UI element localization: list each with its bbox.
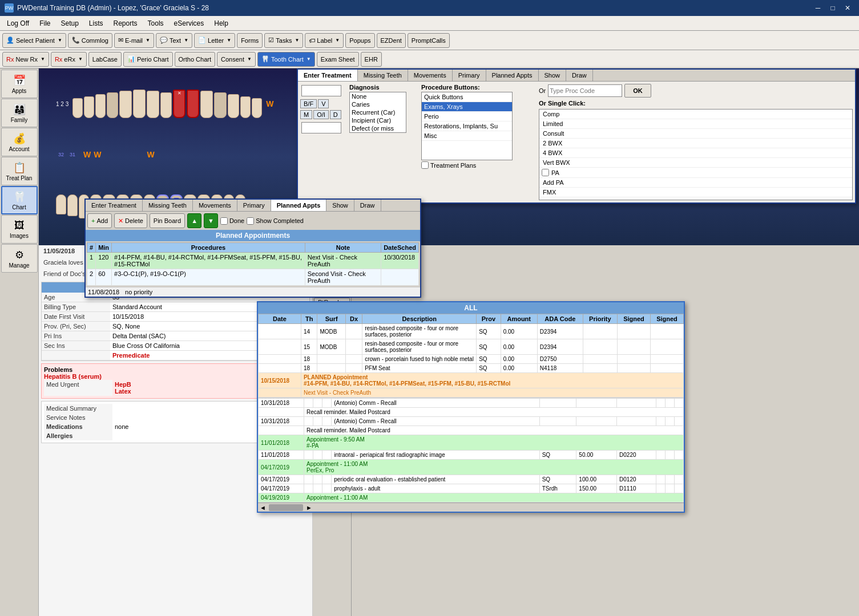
move-down-button[interactable]: ▼ xyxy=(204,213,218,228)
all-table-row[interactable]: 18 crown - porcelain fused to high noble… xyxy=(259,355,684,364)
proc-comp[interactable]: Comp xyxy=(539,110,852,119)
all-table-row[interactable]: 11/01/2018 intraoral - periapical first … xyxy=(259,451,684,460)
procbtn-perio[interactable]: Perio xyxy=(422,112,512,121)
diag-caries[interactable]: Caries xyxy=(350,100,406,108)
erx-dropdown-arrow[interactable]: ▼ xyxy=(78,56,83,62)
diag-defect[interactable]: Defect (or miss xyxy=(350,124,406,132)
tooth-chart-button[interactable]: 🦷 Tooth Chart ▼ xyxy=(257,52,315,67)
proc-vertbwx[interactable]: Vert BWX xyxy=(539,158,852,168)
treat-input2[interactable] xyxy=(301,122,341,133)
proc-limited[interactable]: Limited xyxy=(539,119,852,129)
menu-eservices[interactable]: eServices xyxy=(170,18,209,29)
pa-tab-show[interactable]: Show xyxy=(326,200,354,211)
treatment-plans-checkbox[interactable] xyxy=(421,161,429,169)
proc-code-input[interactable] xyxy=(548,84,622,97)
scroll-left-icon[interactable]: ◄ xyxy=(258,504,268,511)
select-patient-button[interactable]: 👤 Select Patient ▼ xyxy=(2,33,66,48)
m-button[interactable]: M xyxy=(300,110,312,119)
proc-2bwx[interactable]: 2 BWX xyxy=(539,139,852,148)
menu-lists[interactable]: Lists xyxy=(84,18,108,29)
all-scrollbar-h[interactable]: ◄ ► xyxy=(258,502,684,512)
d-button[interactable]: D xyxy=(330,110,341,119)
email-button[interactable]: ✉ E-mail ▼ xyxy=(114,33,154,48)
procbtn-quick[interactable]: Quick Buttons xyxy=(422,92,512,102)
all-table-row[interactable]: 10/31/2018 (Antonio) Comm - Recall xyxy=(259,399,684,408)
pa-tab-missing[interactable]: Missing Teeth xyxy=(143,200,193,211)
procbtn-exams[interactable]: Exams, Xrays xyxy=(422,102,512,112)
consent-dropdown-arrow[interactable]: ▼ xyxy=(247,56,252,62)
tasks-dropdown-arrow[interactable]: ▼ xyxy=(295,38,299,43)
all-table-row-appt[interactable]: 04/19/2019 Appointment - 11:00 AM xyxy=(259,493,684,502)
scroll-right-icon[interactable]: ► xyxy=(304,504,314,511)
pa-tab-enter[interactable]: Enter Treatment xyxy=(86,200,143,211)
ehr-button[interactable]: EHR xyxy=(361,52,382,67)
tab-missing-teeth[interactable]: Missing Teeth xyxy=(358,70,408,81)
all-table-row-planned[interactable]: 10/15/2018 PLANNED Appointment #14-PFM, … xyxy=(259,373,684,388)
tab-movements[interactable]: Movements xyxy=(408,70,453,81)
all-table-row-appt[interactable]: 04/17/2019 Appointment - 11:00 AMPerEx, … xyxy=(259,460,684,475)
pin-board-button[interactable]: Pin Board xyxy=(150,213,185,228)
scroll-h-thumb[interactable] xyxy=(269,504,303,511)
sidebar-item-images[interactable]: 🖼 Images xyxy=(1,215,38,244)
proc-pa-row[interactable]: PA xyxy=(539,168,852,178)
consent-button[interactable]: Consent ▼ xyxy=(217,52,256,67)
popups-button[interactable]: Popups xyxy=(345,33,374,48)
proc-4bwx[interactable]: 4 BWX xyxy=(539,148,852,158)
procbtn-resto[interactable]: Restorations, Implants, Su xyxy=(422,121,512,131)
all-table-row-planned2[interactable]: Next Visit - Check PreAuth xyxy=(259,388,684,398)
delete-appt-button[interactable]: ✕ Delete xyxy=(114,213,147,228)
sidebar-item-appts[interactable]: 📅 Appts xyxy=(1,70,38,98)
labcase-button[interactable]: LabCase xyxy=(88,52,122,67)
menu-help[interactable]: Help xyxy=(209,18,233,29)
treat-input-field[interactable] xyxy=(301,85,341,96)
all-table-row[interactable]: Recall reminder. Mailed Postcard xyxy=(259,426,684,435)
select-patient-dropdown-arrow[interactable]: ▼ xyxy=(58,38,62,43)
sidebar-item-chart[interactable]: 🦷 Chart xyxy=(1,186,38,214)
pa-tab-draw[interactable]: Draw xyxy=(354,200,381,211)
exam-sheet-button[interactable]: Exam Sheet xyxy=(317,52,359,67)
tasks-button[interactable]: ☑ Tasks ▼ xyxy=(264,33,303,48)
diag-recurrent[interactable]: Recurrent (Car) xyxy=(350,108,406,116)
all-table-row[interactable]: Recall reminder. Mailed Postcard xyxy=(259,408,684,417)
all-table-row-appt[interactable]: 11/01/2018 Appointment - 9:50 AM#-PA xyxy=(259,435,684,451)
tooth-chart-dropdown-arrow[interactable]: ▼ xyxy=(307,56,311,62)
diag-incipient[interactable]: Incipient (Car) xyxy=(350,116,406,124)
ezdent-button[interactable]: EZDent xyxy=(377,33,406,48)
sidebar-item-manage[interactable]: ⚙ Manage xyxy=(1,244,38,273)
text-dropdown-arrow[interactable]: ▼ xyxy=(184,38,188,43)
perio-chart-button[interactable]: 📊 Perio Chart xyxy=(123,52,173,67)
v-button[interactable]: V xyxy=(318,99,329,108)
promptcalls-button[interactable]: PromptCalls xyxy=(408,33,450,48)
menu-reports[interactable]: Reports xyxy=(109,18,142,29)
menu-tools[interactable]: Tools xyxy=(143,18,168,29)
all-table-row[interactable]: 15 MODB resin-based composite - four or … xyxy=(259,339,684,355)
menu-setup[interactable]: Setup xyxy=(56,18,83,29)
minimize-button[interactable]: ─ xyxy=(811,2,825,14)
new-rx-dropdown-arrow[interactable]: ▼ xyxy=(41,56,45,62)
letter-dropdown-arrow[interactable]: ▼ xyxy=(227,38,231,43)
pa-tab-planned[interactable]: Planned Appts xyxy=(271,200,327,211)
menu-logoff[interactable]: Log Off xyxy=(2,18,34,29)
close-button[interactable]: ✕ xyxy=(841,2,854,14)
forms-button[interactable]: Forms xyxy=(237,33,263,48)
done-checkbox[interactable] xyxy=(220,217,228,225)
tab-planned-appts[interactable]: Planned Appts xyxy=(486,70,539,81)
pa-tab-movements[interactable]: Movements xyxy=(193,200,237,211)
all-table-row[interactable]: 04/17/2019 prophylaxis - adult TSrdh 150… xyxy=(259,484,684,493)
sidebar-item-family[interactable]: 👨‍👩‍👧 Family xyxy=(1,99,38,127)
all-table-row[interactable]: 14 MODB resin-based composite - four or … xyxy=(259,324,684,339)
all-table-row[interactable]: 10/31/2018 (Antonio) Comm - Recall xyxy=(259,417,684,426)
table-row[interactable]: 1 120 #14-PFM, #14-BU, #14-RCTMol, #14-P… xyxy=(87,253,419,269)
proc-consult[interactable]: Consult xyxy=(539,129,852,139)
sidebar-item-treatplan[interactable]: 📋 Treat Plan xyxy=(1,157,38,185)
label-button[interactable]: 🏷 Label ▼ xyxy=(305,33,344,48)
maximize-button[interactable]: □ xyxy=(826,2,840,14)
tab-draw[interactable]: Draw xyxy=(566,70,593,81)
bf-button[interactable]: B/F xyxy=(300,99,317,108)
pa-checkbox[interactable] xyxy=(542,169,549,176)
erx-button[interactable]: Rx eRx ▼ xyxy=(51,52,87,67)
tab-show[interactable]: Show xyxy=(539,70,567,81)
all-table-row[interactable]: 18 PFM Seat SQ 0.00 N4118 xyxy=(259,364,684,373)
email-dropdown-arrow[interactable]: ▼ xyxy=(146,38,150,43)
pa-tab-primary[interactable]: Primary xyxy=(237,200,271,211)
